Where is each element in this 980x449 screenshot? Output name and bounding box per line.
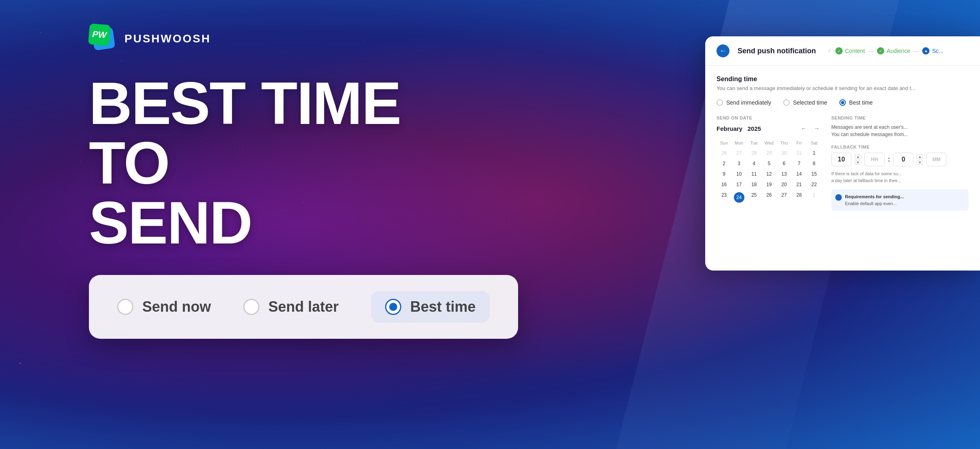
calendar-prev-btn[interactable]: ← (799, 124, 809, 133)
logo-front-square: PW (88, 23, 111, 46)
cal-day-19[interactable]: 19 (761, 179, 776, 190)
minute-up-btn[interactable]: ▲ (917, 154, 923, 159)
hour-input[interactable]: 10 (831, 153, 851, 166)
cal-day-24-today[interactable]: 24 (731, 190, 746, 205)
cal-day-14[interactable]: 14 (792, 169, 807, 179)
hero-title: BEST TIME TO SEND (89, 73, 461, 253)
brand-name: PUSHWOOSH (124, 32, 211, 45)
weekday-sun: Sun (717, 138, 731, 148)
calendar-week-3: 9 10 11 12 13 14 15 (717, 169, 822, 179)
calendar-month-year: February 2025 (717, 125, 761, 132)
small-radio-best[interactable] (839, 99, 846, 106)
step-sep-3: — (913, 48, 919, 54)
check-icon-content: ✓ (835, 47, 843, 55)
cal-day-8[interactable]: 8 (807, 158, 822, 169)
small-radio-selected[interactable] (783, 99, 790, 106)
calendar-next-btn[interactable]: → (812, 124, 822, 133)
cal-day-12[interactable]: 12 (761, 169, 776, 179)
requirement-item: Requirements for sending... Enable defau… (831, 189, 969, 211)
radio-circle-send-now[interactable] (117, 299, 133, 315)
cal-day-1[interactable]: 1 (807, 148, 822, 158)
cal-today-highlight[interactable]: 24 (734, 192, 744, 203)
time-options: Send immediately Selected time Best time (717, 99, 969, 106)
section-title: Sending time (717, 76, 969, 83)
minute-down-btn[interactable]: ▼ (917, 160, 923, 165)
minute-placeholder-input[interactable]: MM (926, 153, 946, 166)
time-option-immediately[interactable]: Send immediately (717, 99, 771, 106)
calendar-column: SEND ON DATE February 2025 ← → (717, 115, 822, 211)
time-option-best[interactable]: Best time (839, 99, 873, 106)
cal-day-7[interactable]: 7 (792, 158, 807, 169)
step-label-audience: Audience (887, 48, 910, 54)
cal-day-18[interactable]: 18 (746, 179, 761, 190)
minute-input[interactable]: 0 (893, 153, 913, 166)
radio-send-later[interactable]: Send later (243, 298, 339, 315)
cal-day-9[interactable]: 9 (717, 169, 731, 179)
cal-day-25[interactable]: 25 (746, 190, 761, 205)
cal-day-13[interactable]: 13 (777, 169, 792, 179)
cal-day-6[interactable]: 6 (777, 158, 792, 169)
weekday-fri: Fri (792, 138, 807, 148)
cal-day-10[interactable]: 10 (731, 169, 746, 179)
two-column-layout: SEND ON DATE February 2025 ← → (717, 115, 969, 211)
hour-value: 10 (838, 156, 845, 163)
cal-day-3[interactable]: 3 (731, 158, 746, 169)
cal-day-11[interactable]: 11 (746, 169, 761, 179)
cal-day-28-prev[interactable]: 28 (746, 148, 761, 158)
radio-send-now[interactable]: Send now (117, 298, 211, 315)
requirement-strong: Requirements for sending... (845, 194, 904, 199)
minute-placeholder: MM (932, 157, 940, 162)
cal-day-15[interactable]: 15 (807, 169, 822, 179)
cal-day-1-next[interactable]: 1 (807, 190, 822, 205)
radio-best-time[interactable]: Best time (371, 291, 490, 323)
calendar-month: February (717, 125, 742, 132)
cal-day-21[interactable]: 21 (792, 179, 807, 190)
small-radio-immediately[interactable] (717, 99, 723, 106)
step-audience: ✓ Audience (877, 47, 910, 55)
requirement-detail: Enable default app even... (845, 201, 897, 206)
weekday-tue: Tue (746, 138, 761, 148)
calendar-week-1: 26 27 28 29 30 31 1 (717, 148, 822, 158)
cal-day-4[interactable]: 4 (746, 158, 761, 169)
cal-day-5[interactable]: 5 (761, 158, 776, 169)
panel-title: Send push notification (738, 47, 816, 55)
weekday-sat: Sat (807, 138, 822, 148)
hour-down-btn[interactable]: ▼ (855, 160, 861, 165)
cal-day-17[interactable]: 17 (731, 179, 746, 190)
step-label-schedule: Sc... (932, 48, 943, 54)
hero-title-line2: SEND (89, 189, 252, 256)
logo-area: PW PUSHWOOSH (89, 24, 211, 53)
cal-day-20[interactable]: 20 (777, 179, 792, 190)
minute-value: 0 (902, 156, 905, 163)
hour-placeholder-input[interactable]: HH (864, 153, 885, 166)
cal-day-16[interactable]: 16 (717, 179, 731, 190)
hour-stepper: ▲ ▼ (855, 154, 861, 165)
radio-circle-send-later[interactable] (243, 299, 259, 315)
cal-day-27[interactable]: 27 (777, 190, 792, 205)
calendar-nav: ← → (799, 124, 822, 133)
step-sep-1: ✓ (827, 48, 832, 54)
cal-day-29-prev[interactable]: 29 (761, 148, 776, 158)
cal-day-26[interactable]: 26 (761, 190, 776, 205)
weekday-thu: Thu (777, 138, 792, 148)
cal-day-27-prev[interactable]: 27 (731, 148, 746, 158)
time-option-selected[interactable]: Selected time (783, 99, 827, 106)
active-dot-schedule: ● (922, 47, 929, 55)
hour-up-btn[interactable]: ▲ (855, 154, 861, 159)
cal-day-23[interactable]: 23 (717, 190, 731, 205)
cal-day-31-prev[interactable]: 31 (792, 148, 807, 158)
cal-day-26-prev[interactable]: 26 (717, 148, 731, 158)
sending-time-desc: Messages are sent at each user's... You … (831, 124, 969, 138)
calendar-week-2: 2 3 4 5 6 7 8 (717, 158, 822, 169)
hero-title-line1: BEST TIME TO (89, 70, 400, 196)
requirement-dot (835, 194, 842, 201)
time-option-immediately-label: Send immediately (726, 99, 771, 106)
radio-circle-best-time[interactable] (385, 299, 401, 315)
cal-day-28[interactable]: 28 (792, 190, 807, 205)
cal-day-30-prev[interactable]: 30 (777, 148, 792, 158)
sending-time-label: SENDING TIME (831, 115, 969, 120)
hour-placeholder: HH (871, 157, 878, 162)
cal-day-2[interactable]: 2 (717, 158, 731, 169)
back-button[interactable]: ← (717, 44, 729, 57)
cal-day-22[interactable]: 22 (807, 179, 822, 190)
